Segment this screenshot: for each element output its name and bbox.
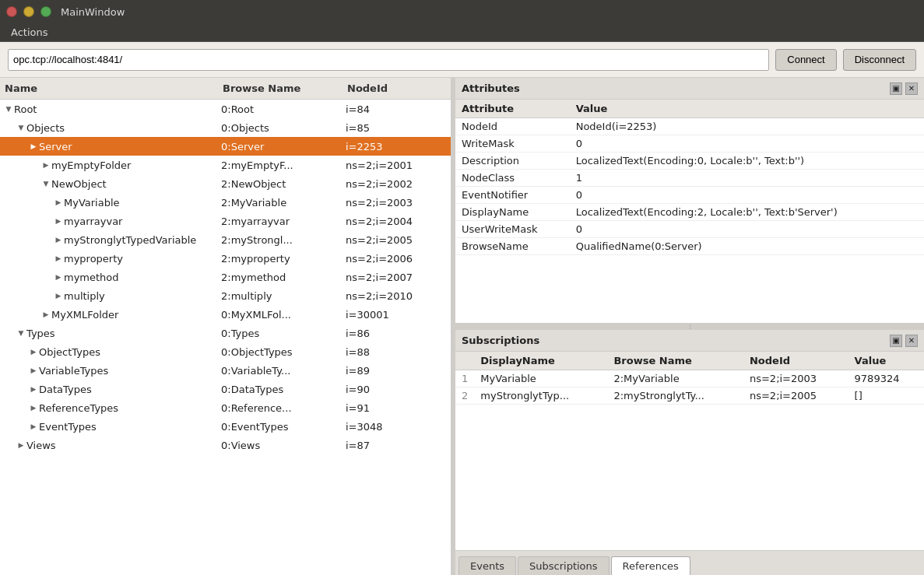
expand-icon[interactable]: ▶ xyxy=(53,292,64,300)
tree-row[interactable]: ▶MyXMLFolder0:MyXMLFol...i=30001 xyxy=(0,305,451,324)
attr-cell-value: 0 xyxy=(570,221,924,238)
expand-icon[interactable]: ▶ xyxy=(28,142,39,150)
tree-node-label: myarrayvar xyxy=(64,216,122,227)
tree-row[interactable]: ▶Server0:Serveri=2253 xyxy=(0,137,451,156)
tab-references[interactable]: References xyxy=(611,556,690,575)
tree-row[interactable]: ▶ReferenceTypes0:Reference...i=91 xyxy=(0,398,451,417)
disconnect-button[interactable]: Disconnect xyxy=(843,49,916,71)
tree-row[interactable]: ▶myproperty2:mypropertyns=2;i=2006 xyxy=(0,249,451,268)
attr-cell-value: 1 xyxy=(570,170,924,187)
expand-icon[interactable]: ▶ xyxy=(28,422,39,430)
tree-cell-nodeid: i=86 xyxy=(343,324,436,342)
tree-row[interactable]: ▶EventTypes0:EventTypesi=3048 xyxy=(0,417,451,436)
tree-cell-browse: 0:Views xyxy=(218,436,343,454)
tree-cell-browse: 0:Objects xyxy=(218,118,343,137)
tab-subscriptions[interactable]: Subscriptions xyxy=(518,556,610,575)
attributes-section: Attributes ▣ ✕ Attribute Value xyxy=(455,78,924,326)
tree-row[interactable]: ▶multiply2:multiplyns=2;i=2010 xyxy=(0,286,451,305)
tree-cell-nodeid: i=90 xyxy=(343,380,436,398)
tree-row[interactable]: ▶MyVariable2:MyVariablens=2;i=2003 xyxy=(0,193,451,212)
expand-icon[interactable]: ▶ xyxy=(28,404,39,412)
expand-icon[interactable]: ▶ xyxy=(53,273,64,281)
tree-cell-nodeid: ns=2;i=2003 xyxy=(343,193,436,212)
tree-node-label: VariableTypes xyxy=(39,365,108,377)
tree-indent xyxy=(3,309,40,321)
expand-icon[interactable]: ▼ xyxy=(16,124,26,131)
maximize-button[interactable] xyxy=(40,6,51,17)
attributes-close-icon[interactable]: ✕ xyxy=(905,82,918,95)
tree-indent xyxy=(3,234,53,246)
subs-cell-browsename: 2:myStronglytTy... xyxy=(607,387,743,405)
expand-icon[interactable]: ▶ xyxy=(40,310,51,318)
tree-node-label: Server xyxy=(39,141,72,153)
expand-icon[interactable]: ▼ xyxy=(40,180,51,188)
main-area: Name Browse Name NodeId ▼Root0:Rooti=84 … xyxy=(0,78,924,575)
expand-icon[interactable]: ▶ xyxy=(28,366,39,374)
tree-node-label: myStronglytTypedVariable xyxy=(64,234,196,246)
tree-cell-name: ▼Objects xyxy=(0,118,218,137)
subs-cell-value: 9789324 xyxy=(848,370,924,387)
expand-icon[interactable]: ▶ xyxy=(16,441,26,449)
tree-indent xyxy=(3,421,28,433)
subs-cell-browsename: 2:MyVariable xyxy=(607,370,743,387)
col-header-browse: Browse Name xyxy=(218,82,343,94)
expand-icon[interactable]: ▼ xyxy=(3,105,14,113)
expand-icon[interactable]: ▶ xyxy=(53,236,64,244)
subs-cell-value: [] xyxy=(848,387,924,405)
tree-indent xyxy=(3,402,28,414)
attributes-restore-icon[interactable]: ▣ xyxy=(890,82,902,95)
tree-cell-browse: 0:Server xyxy=(218,137,343,156)
tree-row[interactable]: ▼NewObject2:NewObjectns=2;i=2002 xyxy=(0,174,451,193)
tree-indent xyxy=(3,272,53,283)
attr-row: BrowseNameQualifiedName(0:Server) xyxy=(455,238,924,255)
tree-row[interactable]: ▶myStronglytTypedVariable2:myStrongl...n… xyxy=(0,230,451,249)
expand-icon[interactable]: ▶ xyxy=(40,161,51,169)
subscriptions-close-icon[interactable]: ✕ xyxy=(905,335,918,347)
tree-cell-name: ▼Root xyxy=(0,100,218,118)
tree-cell-name: ▶myEmptyFolder xyxy=(0,156,218,174)
tree-node-label: ObjectTypes xyxy=(39,346,100,358)
tree-node-label: NewObject xyxy=(51,178,107,190)
url-input[interactable] xyxy=(8,49,769,71)
tree-row[interactable]: ▶DataTypes0:DataTypesi=90 xyxy=(0,380,451,398)
tree-row[interactable]: ▶mymethod2:mymethodns=2;i=2007 xyxy=(0,268,451,286)
tab-events[interactable]: Events xyxy=(458,556,516,575)
expand-icon[interactable]: ▶ xyxy=(28,385,39,393)
tree-cell-nodeid: ns=2;i=2006 xyxy=(343,249,436,268)
window-title: MainWindow xyxy=(61,6,125,18)
tree-header: Name Browse Name NodeId xyxy=(0,78,451,100)
subs-cell-num: 1 xyxy=(455,370,474,387)
tree-row[interactable]: ▶myEmptyFolder2:myEmptyF...ns=2;i=2001 xyxy=(0,156,451,174)
minimize-button[interactable] xyxy=(23,6,34,17)
tree-cell-name: ▶Views xyxy=(0,436,218,454)
tree-node-label: myEmptyFolder xyxy=(51,160,131,171)
tree-node-label: multiply xyxy=(64,290,105,302)
connect-button[interactable]: Connect xyxy=(775,49,836,71)
expand-icon[interactable]: ▶ xyxy=(53,254,64,262)
attr-row: NodeIdNodeId(i=2253) xyxy=(455,118,924,135)
tree-row[interactable]: ▶Views0:Viewsi=87 xyxy=(0,436,451,454)
tree-cell-browse: 2:myproperty xyxy=(218,249,343,268)
tree-row[interactable]: ▶ObjectTypes0:ObjectTypesi=88 xyxy=(0,342,451,361)
expand-icon[interactable]: ▼ xyxy=(16,329,26,337)
tree-node-label: myproperty xyxy=(64,253,123,265)
expand-icon[interactable]: ▶ xyxy=(28,348,39,356)
close-button[interactable] xyxy=(6,6,17,17)
expand-icon[interactable]: ▶ xyxy=(53,198,64,206)
tree-row[interactable]: ▼Types0:Typesi=86 xyxy=(0,324,451,342)
tree-cell-nodeid: i=89 xyxy=(343,361,436,380)
expand-icon[interactable]: ▶ xyxy=(53,217,64,225)
attr-cell-attribute: NodeId xyxy=(455,118,570,135)
menu-actions[interactable]: Actions xyxy=(5,25,54,40)
tree-cell-name: ▶VariableTypes xyxy=(0,361,218,380)
tree-node-label: Root xyxy=(14,103,37,115)
tree-row[interactable]: ▶myarrayvar2:myarrayvarns=2;i=2004 xyxy=(0,212,451,230)
tree-row[interactable]: ▼Root0:Rooti=84 xyxy=(0,100,451,118)
tree-indent xyxy=(3,253,53,265)
tree-cell-nodeid: i=87 xyxy=(343,436,436,454)
tree-indent xyxy=(3,197,53,209)
tree-cell-browse: 0:EventTypes xyxy=(218,417,343,436)
tree-row[interactable]: ▶VariableTypes0:VariableTy...i=89 xyxy=(0,361,451,380)
tree-row[interactable]: ▼Objects0:Objectsi=85 xyxy=(0,118,451,137)
subscriptions-restore-icon[interactable]: ▣ xyxy=(890,335,902,347)
